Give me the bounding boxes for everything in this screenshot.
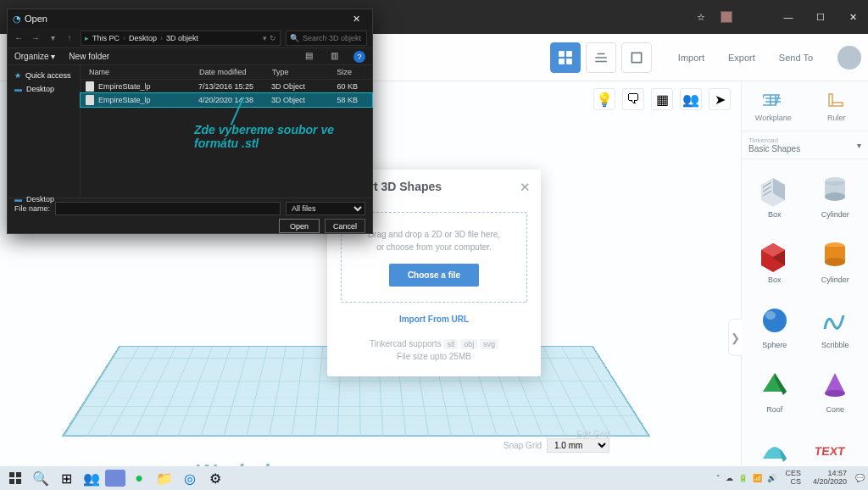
svg-rect-31 — [9, 472, 14, 477]
up-icon[interactable]: ↑ — [64, 33, 75, 42]
open-dialog: ◔ Open ✕ ← → ▾ ↑ ▸ This PC› Desktop› 3D … — [7, 8, 373, 234]
svg-point-25 — [765, 311, 776, 320]
svg-text:TEXT: TEXT — [815, 444, 846, 458]
dialog-sidebar: ★Quick access ▬Desktop — [8, 65, 81, 198]
svg-rect-1 — [566, 51, 572, 57]
dialog-titlebar[interactable]: ◔ Open ✕ — [8, 9, 372, 28]
import-url-link[interactable]: Import From URL — [341, 315, 527, 324]
grid-view-icon[interactable] — [550, 42, 581, 73]
organize-menu[interactable]: Organize ▾ — [14, 52, 55, 61]
cancel-button[interactable]: Cancel — [325, 219, 365, 233]
svg-rect-2 — [559, 58, 565, 64]
preview-icon[interactable]: ▥ — [328, 51, 340, 63]
shape-category-select[interactable]: TinkercadBasic Shapes ▾ — [742, 131, 868, 159]
profile-thumb[interactable] — [721, 11, 732, 23]
new-folder[interactable]: New folder — [69, 52, 109, 61]
bulb-icon[interactable]: 💡 — [593, 88, 615, 110]
file-icon — [86, 95, 94, 105]
win-max[interactable]: ☐ — [812, 12, 829, 23]
file-row[interactable]: EmpireState_lp 7/13/2016 15:25 3D Object… — [81, 80, 372, 93]
cube-icon[interactable]: ▦ — [651, 88, 673, 110]
shape-cylinder-orange[interactable]: Cylinder — [808, 230, 864, 290]
supports-text: Tinkercad supports stl obj svg File size… — [341, 339, 527, 361]
svg-rect-4 — [632, 53, 641, 62]
close-icon[interactable]: ✕ — [520, 180, 531, 195]
svg-rect-3 — [566, 58, 572, 64]
import-button[interactable]: Import — [669, 48, 714, 67]
app-icon: ◔ — [13, 14, 21, 25]
svg-rect-32 — [16, 472, 21, 477]
dialog-close-icon[interactable]: ✕ — [346, 14, 367, 25]
svg-point-23 — [825, 258, 845, 266]
win-min[interactable]: — — [780, 12, 797, 22]
desktop-icon: ▬ — [14, 195, 22, 203]
win-close[interactable]: ✕ — [844, 12, 861, 23]
note-icon[interactable]: 🗨 — [622, 88, 644, 110]
task-spotify[interactable]: ● — [127, 468, 151, 488]
avatar-icon[interactable] — [837, 46, 861, 70]
shape-box-striped[interactable]: Box — [747, 164, 803, 225]
shape-sphere[interactable]: Sphere — [747, 295, 803, 355]
star-icon[interactable]: ☆ — [697, 12, 705, 23]
shapes-grid: Box Cylinder Box Cylinder Sphere Scribbl… — [742, 159, 868, 490]
drop-text1: Drag and drop a 2D or 3D file here, — [348, 228, 520, 241]
svg-point-24 — [763, 309, 787, 332]
blocks-icon[interactable] — [621, 42, 652, 73]
address-bar[interactable]: ▸ This PC› Desktop› 3D objekt ▾ ↻ — [81, 31, 281, 46]
svg-rect-0 — [559, 51, 565, 57]
send-icon[interactable]: ➤ — [709, 88, 731, 110]
task-discord[interactable] — [105, 470, 125, 487]
choose-file-button[interactable]: Choose a file — [389, 264, 479, 287]
history-icon[interactable]: ▾ — [47, 33, 58, 42]
dialog-footer: File name: All files Open Cancel — [8, 198, 372, 233]
tray-notif-icon[interactable]: 💬 — [855, 474, 865, 482]
taskbar: 🔍 ⊞ 👥 ● 📁 ◎ ⚙ ˄ ☁ 🔋 📶 🔊 CESCS 14:574/20/… — [0, 466, 868, 490]
shape-box-red[interactable]: Box — [747, 230, 803, 290]
view-icon[interactable]: ▤ — [303, 51, 314, 63]
shape-cone[interactable]: Cone — [808, 359, 864, 420]
size-text: File size upto 25MB — [341, 352, 527, 361]
tray-wifi-icon[interactable]: 📶 — [753, 474, 762, 482]
fwd-icon[interactable]: → — [30, 33, 42, 42]
tray-lang[interactable]: CESCS — [782, 470, 804, 487]
shape-scribble[interactable]: Scribble — [808, 295, 864, 355]
sidebar-desktop[interactable]: ▬Desktop — [8, 82, 80, 96]
taskview-icon[interactable]: ⊞ — [54, 468, 78, 488]
start-icon[interactable] — [3, 468, 27, 488]
panel-collapse[interactable]: ❯ — [728, 319, 742, 356]
search-input[interactable]: 🔍 Search 3D objekt — [286, 31, 367, 46]
open-button[interactable]: Open — [279, 219, 320, 233]
people-icon[interactable]: 👥 — [680, 88, 702, 110]
export-button[interactable]: Export — [719, 48, 765, 67]
task-teams[interactable]: 👥 — [80, 468, 103, 488]
snap-select[interactable]: 1.0 mm — [547, 438, 609, 453]
tray-vol-icon[interactable]: 🔊 — [767, 474, 776, 482]
task-explorer[interactable]: 📁 — [153, 468, 176, 488]
tray-battery-icon[interactable]: 🔋 — [738, 474, 748, 482]
task-settings[interactable]: ⚙ — [203, 468, 227, 488]
desktop-icon: ▬ — [14, 85, 22, 93]
shapes-panel: ❯ Workplane Ruler TinkercadBasic Shapes … — [741, 81, 868, 490]
sidebar-desktop-lower[interactable]: ▬Desktop — [8, 192, 61, 206]
bricks-icon[interactable] — [586, 42, 616, 73]
workplane-tool[interactable]: Workplane — [742, 81, 805, 131]
file-row-selected[interactable]: EmpireState_lp 4/20/2020 14:38 3D Object… — [81, 93, 372, 107]
tray-clock[interactable]: 14:574/20/2020 — [810, 470, 850, 487]
task-edge[interactable]: ◎ — [178, 468, 202, 488]
help-icon[interactable]: ? — [353, 51, 365, 63]
back-icon[interactable]: ← — [13, 33, 25, 42]
search-icon[interactable]: 🔍 — [29, 468, 53, 488]
quick-access[interactable]: ★Quick access — [8, 69, 80, 82]
dialog-nav: ← → ▾ ↑ ▸ This PC› Desktop› 3D objekt ▾ … — [8, 28, 372, 48]
shape-cylinder-striped[interactable]: Cylinder — [808, 164, 864, 225]
tray-up-icon[interactable]: ˄ — [716, 474, 721, 482]
ruler-tool[interactable]: Ruler — [805, 81, 869, 131]
shape-roof[interactable]: Roof — [747, 359, 803, 420]
list-header[interactable]: Name Date modified Type Size — [81, 65, 372, 80]
filename-input[interactable] — [55, 202, 281, 215]
systray[interactable]: ˄ ☁ 🔋 📶 🔊 CESCS 14:574/20/2020 💬 — [716, 470, 865, 487]
sendto-button[interactable]: Send To — [770, 48, 822, 67]
tray-cloud-icon[interactable]: ☁ — [726, 474, 733, 482]
filter-select[interactable]: All files — [286, 202, 365, 215]
canvas-toolbar: 💡 🗨 ▦ 👥 ➤ — [593, 88, 731, 110]
